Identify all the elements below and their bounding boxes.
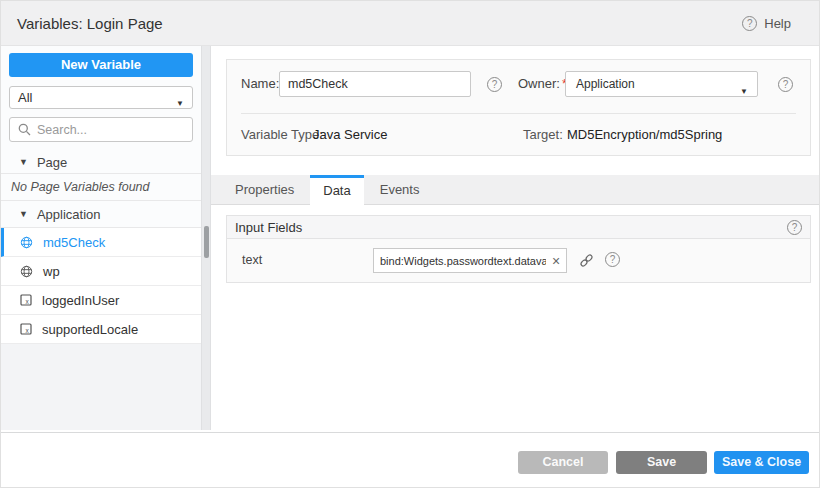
new-variable-button[interactable]: New Variable [9, 53, 193, 77]
scrollbar-thumb[interactable] [204, 226, 209, 258]
variable-item-supportedlocale[interactable]: x supportedLocale [1, 315, 201, 344]
search-box [9, 117, 193, 142]
help-label: Help [764, 16, 791, 31]
name-help-icon[interactable]: ? [487, 77, 502, 92]
save-button[interactable]: Save [616, 451, 707, 474]
input-fields-body: text × ? [226, 239, 811, 283]
variable-type-value: Java Service [313, 124, 387, 146]
section-label: Page [37, 155, 67, 170]
form-separator [241, 113, 796, 114]
field-help-icon[interactable]: ? [605, 252, 620, 267]
variables-dialog: Variables: Login Page ? Help New Variabl… [0, 0, 820, 488]
bind-expression-box: × [373, 248, 567, 273]
readonly-row: Variable Type: Java Service Target: MD5E… [227, 124, 810, 146]
field-name-label: text [242, 239, 262, 282]
search-icon [18, 123, 31, 136]
filter-value: All [18, 90, 32, 105]
bind-link-icon[interactable] [579, 253, 594, 268]
static-variable-icon: x [20, 294, 32, 306]
input-fields-section: Input Fields ? text × ? [226, 215, 811, 283]
bind-expression-input[interactable] [374, 255, 546, 267]
svg-text:x: x [26, 327, 30, 334]
help-icon: ? [742, 16, 757, 31]
dialog-header: Variables: Login Page ? Help [1, 1, 819, 46]
cancel-button[interactable]: Cancel [518, 451, 608, 474]
section-title: Input Fields [235, 220, 302, 235]
section-help-icon[interactable]: ? [787, 220, 802, 235]
caret-down-icon: ▼ [176, 93, 184, 114]
tree-section-application[interactable]: ▼ Application [1, 201, 201, 228]
service-variable-icon [20, 236, 33, 249]
section-label: Application [37, 207, 101, 222]
variable-label: md5Check [43, 235, 105, 250]
variable-filter-select[interactable]: All ▼ [9, 86, 193, 109]
input-fields-header: Input Fields ? [226, 215, 811, 239]
footer-divider [1, 432, 819, 433]
empty-page-variables-message: No Page Variables found [1, 174, 201, 201]
owner-value: Application [576, 77, 635, 91]
variable-label: wp [43, 264, 60, 279]
target-label: Target: [523, 124, 563, 146]
clear-binding-icon[interactable]: × [546, 253, 566, 269]
variable-label: loggedInUser [42, 293, 119, 308]
variable-detail-panel: Name:* ? Owner:* Application ▼ ? Variabl… [211, 46, 819, 430]
collapse-arrow-icon: ▼ [19, 157, 28, 167]
collapse-arrow-icon: ▼ [19, 209, 28, 219]
sidebar-empty-area [1, 344, 201, 430]
tree-section-page[interactable]: ▼ Page [1, 151, 201, 174]
variable-item-loggedinuser[interactable]: x loggedInUser [1, 286, 201, 315]
variable-label: supportedLocale [42, 322, 138, 337]
save-close-button[interactable]: Save & Close [714, 451, 809, 474]
detail-tabs: Properties Data Events [211, 175, 819, 205]
variable-type-label: Variable Type: [241, 124, 323, 146]
owner-help-icon[interactable]: ? [778, 77, 793, 92]
name-input[interactable] [279, 71, 471, 97]
owner-label: Owner:* [518, 71, 567, 97]
tab-properties[interactable]: Properties [219, 175, 310, 205]
panel-divider [201, 46, 211, 430]
variable-sidebar: New Variable All ▼ ▼ Page No Page Variab… [1, 46, 201, 430]
tab-data[interactable]: Data [310, 175, 363, 206]
caret-down-icon: ▼ [740, 80, 748, 104]
target-value: MD5Encryption/md5Spring [567, 124, 722, 146]
static-variable-icon: x [20, 323, 32, 335]
svg-text:x: x [26, 298, 30, 305]
owner-select[interactable]: Application ▼ [565, 71, 758, 97]
tab-events[interactable]: Events [364, 175, 436, 205]
variable-form-panel: Name:* ? Owner:* Application ▼ ? Variabl… [226, 59, 811, 156]
help-button[interactable]: ? Help [742, 1, 791, 46]
variable-item-wp[interactable]: wp [1, 257, 201, 286]
variable-item-md5check[interactable]: md5Check [1, 228, 201, 257]
page-title: Variables: Login Page [17, 1, 163, 46]
service-variable-icon [20, 265, 33, 278]
search-input[interactable] [37, 123, 184, 137]
